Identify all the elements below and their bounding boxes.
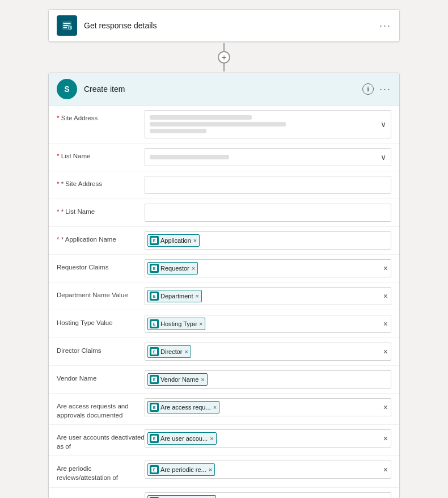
form-row-requestor-claims: Requestor ClaimsERequestor××	[49, 255, 399, 282]
connector-line-bottom	[223, 64, 225, 71]
tag-label: Director	[160, 348, 183, 355]
tag-icon: E	[150, 434, 159, 443]
field-wrapper-hosting-type[interactable]: EHosting Type××	[145, 315, 391, 333]
tag-requestor-claims: ERequestor×	[147, 262, 198, 275]
tag-hosting-type: EHosting Type×	[147, 318, 205, 330]
tag-close-button[interactable]: ×	[201, 376, 204, 383]
field-wrapper-department-name[interactable]: EDepartment××	[145, 287, 391, 305]
label-list-name: * * List Name	[57, 204, 145, 216]
tag-accounts-deactivated: EAre accounts d...×	[147, 495, 216, 498]
tag-field-director-claims[interactable]: EDirector×	[145, 343, 391, 361]
field-wrapper-site-address[interactable]	[145, 176, 391, 194]
tag-label: Vendor Name	[160, 376, 198, 383]
tag-icon: E	[150, 264, 159, 273]
tag-icon: E	[150, 319, 159, 328]
field-wrapper-vendor-name[interactable]: EVendor Name×	[145, 370, 391, 389]
list-name-arrow: ∨	[381, 153, 386, 162]
tag-vendor-name: EVendor Name×	[147, 373, 208, 386]
tag-field-site-address[interactable]	[145, 176, 391, 194]
form-row-vendor-name: Vendor NameEVendor Name×	[49, 366, 399, 394]
list-name-field[interactable]: ∨	[145, 148, 391, 166]
tag-field-periodic-reviews-1[interactable]: EAre periodic re...×	[145, 461, 391, 479]
label-department-name: Department Name Value	[57, 287, 145, 299]
form-row-accounts-deactivated: Are accounts deactivated as ofEAre accou…	[49, 488, 399, 498]
site-address-field[interactable]: ∨	[145, 110, 391, 138]
tag-close-button[interactable]: ×	[185, 348, 188, 355]
field-wrapper-access-requests[interactable]: EAre access requ...××	[145, 398, 391, 416]
tag-icon: E	[150, 347, 159, 356]
form-row-list-name: * * List Name	[49, 199, 399, 227]
tag-field-user-accounts[interactable]: EAre user accou...×	[145, 429, 391, 448]
tag-icon: E	[150, 403, 159, 412]
tag-close-button[interactable]: ×	[199, 320, 202, 327]
dynamic-rows: * * Site Address* * List Name* * Applica…	[49, 171, 399, 498]
form-row-hosting-type: Hosting Type ValueEHosting Type××	[49, 310, 399, 338]
tag-field-hosting-type[interactable]: EHosting Type×	[145, 315, 391, 333]
get-response-block: F Get response details ···	[48, 9, 400, 42]
tag-department-name: EDepartment×	[147, 290, 202, 302]
tag-close-button[interactable]: ×	[210, 435, 213, 442]
tag-access-requests: EAre access requ...×	[147, 401, 219, 413]
tag-field-accounts-deactivated[interactable]: EAre accounts d...×	[145, 492, 391, 498]
form-row-access-requests: Are access requests and approvals docume…	[49, 394, 399, 425]
get-response-menu[interactable]: ···	[379, 20, 391, 32]
info-icon[interactable]: ℹ	[362, 83, 374, 95]
tag-field-application-name[interactable]: EApplication×	[145, 231, 391, 250]
label-access-requests: Are access requests and approvals docume…	[57, 398, 145, 420]
clear-button-department-name[interactable]: ×	[383, 292, 388, 301]
label-director-claims: Director Claims	[57, 343, 145, 355]
tag-close-button[interactable]: ×	[195, 293, 198, 299]
tag-application-name: EApplication×	[147, 234, 200, 247]
clear-button-access-requests[interactable]: ×	[383, 403, 388, 412]
field-wrapper-director-claims[interactable]: EDirector××	[145, 343, 391, 361]
clear-button-periodic-reviews-1[interactable]: ×	[383, 465, 388, 474]
tag-periodic-reviews-1: EAre periodic re...×	[147, 463, 215, 476]
form-row-application-name: * * Application NameEApplication×	[49, 227, 399, 255]
create-item-header: S Create item ℹ ···	[49, 73, 399, 105]
create-item-title: Create item	[84, 85, 362, 94]
tag-close-button[interactable]: ×	[192, 265, 195, 272]
tag-field-vendor-name[interactable]: EVendor Name×	[145, 370, 391, 389]
list-name-dropdown[interactable]: ∨	[145, 148, 391, 166]
tag-close-button[interactable]: ×	[209, 466, 212, 473]
add-step-button[interactable]: +	[218, 51, 230, 64]
tag-label: Are periodic re...	[160, 466, 206, 473]
get-response-icon: F	[57, 15, 77, 36]
field-wrapper-user-accounts[interactable]: EAre user accou...××	[145, 429, 391, 448]
tag-field-requestor-claims[interactable]: ERequestor×	[145, 259, 391, 277]
label-application-name: * * Application Name	[57, 231, 145, 244]
tag-label: Application	[160, 237, 191, 244]
field-wrapper-periodic-reviews-1[interactable]: EAre periodic re...××	[145, 461, 391, 479]
tag-icon: E	[150, 236, 159, 245]
create-item-menu[interactable]: ···	[379, 83, 391, 95]
tag-field-department-name[interactable]: EDepartment×	[145, 287, 391, 305]
field-wrapper-requestor-claims[interactable]: ERequestor××	[145, 259, 391, 277]
tag-field-access-requests[interactable]: EAre access requ...×	[145, 398, 391, 416]
tag-close-button[interactable]: ×	[213, 404, 217, 411]
form-row-director-claims: Director ClaimsEDirector××	[49, 338, 399, 366]
label-periodic-reviews-1: Are periodic reviews/attestation of	[57, 461, 145, 482]
field-wrapper-application-name[interactable]: EApplication×	[145, 231, 391, 250]
sharepoint-icon: S	[57, 79, 77, 99]
tag-label: Are access requ...	[160, 404, 211, 411]
site-address-row: * Site Address ∨	[49, 105, 399, 144]
tag-director-claims: EDirector×	[147, 345, 191, 358]
site-address-label: * Site Address	[57, 110, 145, 123]
site-address-arrow: ∨	[381, 120, 386, 129]
form-row-site-address: * * Site Address	[49, 171, 399, 199]
get-response-title: Get response details	[84, 21, 379, 30]
form-row-department-name: Department Name ValueEDepartment××	[49, 282, 399, 310]
tag-icon: E	[150, 375, 159, 384]
field-wrapper-accounts-deactivated[interactable]: EAre accounts d...××	[145, 492, 391, 498]
clear-button-hosting-type[interactable]: ×	[383, 319, 388, 328]
tag-close-button[interactable]: ×	[193, 237, 197, 244]
field-wrapper-list-name[interactable]	[145, 204, 391, 222]
tag-user-accounts: EAre user accou...×	[147, 432, 217, 445]
clear-button-director-claims[interactable]: ×	[383, 347, 388, 356]
header-icons: ℹ ···	[362, 83, 391, 95]
tag-field-list-name[interactable]	[145, 204, 391, 222]
tag-label: Requestor	[160, 265, 189, 272]
site-address-dropdown[interactable]: ∨	[145, 110, 391, 138]
clear-button-requestor-claims[interactable]: ×	[383, 264, 388, 273]
clear-button-user-accounts[interactable]: ×	[383, 434, 388, 443]
